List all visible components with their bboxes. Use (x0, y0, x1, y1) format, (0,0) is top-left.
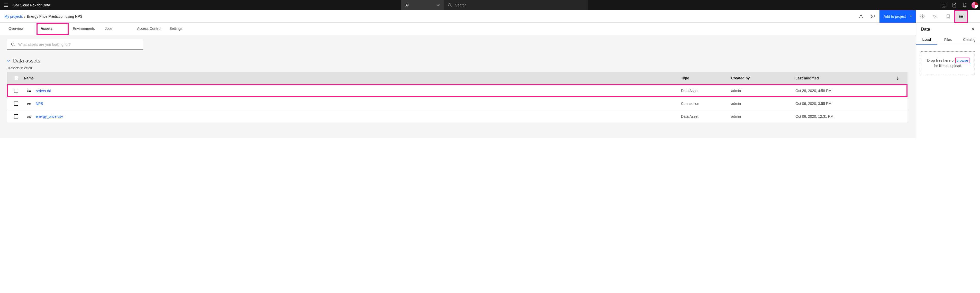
table-row[interactable]: IBM NPS Connection admin Oct 06, 2020, 3… (7, 97, 907, 110)
section-title: Data assets (13, 58, 40, 64)
row-checkbox[interactable] (14, 89, 18, 93)
data-panel-header: Data ✕ (916, 22, 980, 35)
cell-last-modified: Oct 06, 2020, 12:31 PM (795, 115, 904, 118)
table-row[interactable]: CSV energy_price.csv Data Asset admin Oc… (7, 110, 907, 123)
asset-link[interactable]: energy_price.csv (36, 115, 63, 118)
select-all-checkbox[interactable] (14, 76, 18, 80)
cell-last-modified: Oct 06, 2020, 3:55 PM (795, 102, 904, 106)
document-icon[interactable] (949, 0, 959, 10)
row-checkbox[interactable] (14, 115, 18, 118)
svg-rect-6 (29, 89, 31, 89)
data-tab-files[interactable]: Files (937, 35, 959, 45)
notification-icon[interactable] (959, 0, 970, 10)
selection-count: 0 assets selected. (8, 66, 907, 70)
svg-rect-8 (29, 90, 31, 91)
chevron-down-icon[interactable] (7, 60, 11, 62)
col-header-last-modified[interactable]: Last modified (795, 76, 904, 80)
svg-rect-1 (942, 4, 945, 7)
add-to-project-label: Add to project (884, 14, 906, 19)
filter-dropdown[interactable]: All (401, 0, 444, 10)
bookmark-icon[interactable] (942, 10, 955, 22)
close-icon[interactable]: ✕ (972, 27, 975, 32)
col-header-name[interactable]: Name (21, 76, 681, 80)
svg-point-4 (11, 43, 14, 45)
cell-created-by: admin (731, 102, 795, 106)
info-icon[interactable] (916, 10, 929, 22)
svg-point-9 (27, 91, 28, 92)
sub-header: My projects / Energy Price Prediction us… (0, 10, 916, 22)
cell-type: Data Asset (681, 115, 731, 118)
data-tab-catalog[interactable]: Catalog (959, 35, 980, 45)
cell-type: Connection (681, 102, 731, 106)
cell-created-by: admin (731, 115, 795, 118)
tab-access-control[interactable]: Access Control (133, 22, 165, 35)
svg-rect-2 (943, 3, 946, 6)
app-title: IBM Cloud Pak for Data (12, 3, 50, 7)
csv-icon: CSV (27, 116, 32, 118)
cell-last-modified: Oct 28, 2020, 4:58 PM (795, 89, 904, 93)
asset-link[interactable]: orders.tbl (36, 89, 51, 93)
connection-icon: IBM (27, 103, 32, 105)
add-to-project-button[interactable]: Add to project + (880, 10, 916, 22)
search-input[interactable] (455, 3, 584, 7)
side-panel-icons (916, 10, 980, 22)
hamburger-icon (4, 3, 8, 7)
asset-link[interactable]: NPS (36, 102, 43, 106)
history-icon[interactable] (929, 10, 942, 22)
asset-search[interactable] (7, 39, 143, 49)
side-panel: Data ✕ Load Files Catalog Drop files her… (916, 10, 980, 138)
plus-icon: + (909, 14, 912, 19)
asset-search-input[interactable] (18, 42, 139, 46)
top-bar: IBM Cloud Pak for Data All (0, 0, 980, 10)
search-icon (11, 42, 15, 46)
svg-point-0 (449, 3, 451, 6)
data-tab-load[interactable]: Load (916, 35, 937, 45)
svg-point-12 (959, 14, 960, 16)
col-header-type[interactable]: Type (681, 76, 731, 80)
svg-rect-10 (29, 91, 31, 92)
svg-rect-13 (961, 15, 963, 16)
svg-point-14 (959, 16, 960, 17)
project-tabs: Overview Assets Environments Jobs Access… (0, 22, 916, 35)
drop-zone[interactable]: Drop files here or browse for files to u… (921, 51, 975, 75)
tab-overview[interactable]: Overview (4, 22, 37, 35)
chevron-down-icon (436, 4, 440, 6)
breadcrumb-root[interactable]: My projects (4, 14, 23, 19)
sort-arrow-icon (896, 76, 899, 80)
share-icon[interactable] (867, 10, 880, 22)
avatar-icon[interactable] (970, 0, 980, 10)
row-checkbox[interactable] (14, 102, 18, 106)
export-icon[interactable] (855, 10, 867, 22)
breadcrumb: My projects / Energy Price Prediction us… (4, 14, 83, 19)
data-asset-icon (27, 88, 32, 92)
tab-jobs[interactable]: Jobs (101, 22, 133, 35)
data-view-icon[interactable] (955, 10, 967, 22)
browse-link[interactable]: browse (956, 58, 969, 63)
table-row[interactable]: orders.tbl Data Asset admin Oct 28, 2020… (7, 84, 907, 97)
catalog-icon[interactable] (939, 0, 949, 10)
drop-text-pre: Drop files here or (927, 58, 956, 62)
search-icon (448, 3, 452, 7)
content-body: Data assets 0 assets selected. Name Type… (0, 35, 916, 138)
tab-environments[interactable]: Environments (68, 22, 101, 35)
data-table: Name Type Created by Last modified orde (7, 72, 907, 123)
svg-rect-17 (961, 18, 963, 18)
data-tabs: Load Files Catalog (916, 35, 980, 45)
svg-rect-15 (961, 16, 963, 17)
hamburger-menu[interactable] (0, 0, 12, 10)
svg-point-3 (872, 15, 873, 16)
tab-settings[interactable]: Settings (165, 22, 197, 35)
col-header-created-by[interactable]: Created by (731, 76, 795, 80)
svg-point-16 (959, 17, 960, 18)
section-header: Data assets (7, 58, 907, 64)
search-bar[interactable] (444, 0, 588, 10)
cell-created-by: admin (731, 89, 795, 93)
breadcrumb-separator: / (24, 14, 25, 19)
cell-type: Data Asset (681, 89, 731, 93)
drop-text-post: for files to upload. (934, 64, 962, 68)
svg-point-5 (27, 89, 28, 89)
content-area: My projects / Energy Price Prediction us… (0, 10, 916, 138)
filter-label: All (406, 3, 409, 7)
tab-assets[interactable]: Assets (37, 22, 68, 35)
main-area: My projects / Energy Price Prediction us… (0, 10, 980, 138)
